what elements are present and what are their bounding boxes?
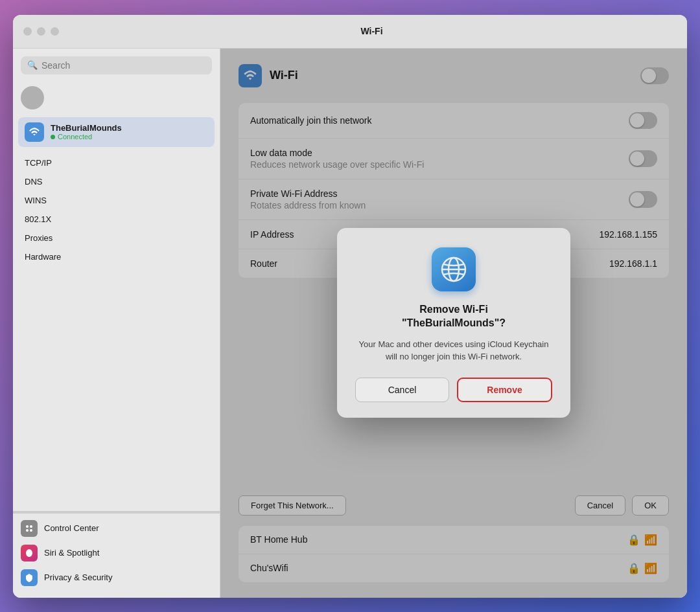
svg-point-1: [30, 525, 32, 528]
dialog-message: Your Mac and other devices using iCloud …: [355, 338, 552, 363]
close-button[interactable]: [23, 27, 32, 36]
sidebar-item-proxies[interactable]: Proxies: [13, 229, 220, 247]
remove-wifi-dialog: Remove Wi-Fi"TheBurialMounds"? Your Mac …: [337, 228, 570, 418]
svg-point-2: [26, 529, 29, 532]
main-content: 🔍 TheBurialMounds: [13, 49, 687, 598]
title-bar: Wi-Fi: [13, 15, 687, 49]
sidebar-item-privacy[interactable]: Privacy & Security: [13, 565, 220, 590]
user-profile-row: [13, 82, 220, 113]
window-title: Wi-Fi: [67, 26, 677, 36]
svg-point-0: [26, 525, 29, 528]
svg-point-4: [26, 549, 32, 557]
dialog-app-icon: [432, 247, 476, 291]
wifi-icon-badge: [25, 122, 44, 142]
network-info: TheBurialMounds Connected: [51, 123, 122, 141]
sidebar-item-dns[interactable]: DNS: [13, 172, 220, 191]
network-name: TheBurialMounds: [51, 123, 122, 133]
dialog-buttons: Cancel Remove: [355, 378, 552, 402]
sidebar-item-tcpip[interactable]: TCP/IP: [13, 153, 220, 172]
system-preferences-window: Wi-Fi 🔍 TheBurialMoun: [13, 15, 687, 598]
search-icon: 🔍: [27, 60, 38, 70]
sidebar-item-8021x[interactable]: 802.1X: [13, 210, 220, 229]
minimize-button[interactable]: [37, 27, 45, 36]
siri-icon: [21, 545, 38, 561]
sidebar-item-hardware[interactable]: Hardware: [13, 247, 220, 266]
main-panel: Wi-Fi Automatically join this network: [220, 49, 687, 598]
dialog-cancel-button[interactable]: Cancel: [355, 378, 449, 402]
network-status: Connected: [51, 133, 122, 141]
dialog-remove-button[interactable]: Remove: [457, 378, 552, 402]
privacy-icon: [21, 569, 38, 586]
svg-point-3: [30, 529, 32, 532]
search-input[interactable]: [41, 60, 205, 71]
dialog-overlay: Remove Wi-Fi"TheBurialMounds"? Your Mac …: [220, 49, 687, 598]
sidebar-item-wins[interactable]: WINS: [13, 191, 220, 210]
sidebar: 🔍 TheBurialMounds: [13, 49, 220, 598]
avatar: [21, 86, 44, 109]
control-center-icon: [21, 520, 38, 537]
traffic-lights: [23, 27, 59, 36]
sidebar-item-control-center[interactable]: Control Center: [13, 516, 220, 541]
sidebar-network-item[interactable]: TheBurialMounds Connected: [18, 117, 215, 147]
dialog-title: Remove Wi-Fi"TheBurialMounds"?: [402, 303, 506, 330]
status-dot: [51, 135, 55, 139]
search-box[interactable]: 🔍: [21, 56, 212, 74]
siri-label: Siri & Spotlight: [44, 548, 99, 558]
maximize-button[interactable]: [51, 27, 59, 36]
privacy-label: Privacy & Security: [44, 572, 112, 582]
control-center-label: Control Center: [44, 523, 99, 533]
sidebar-item-siri[interactable]: Siri & Spotlight: [13, 541, 220, 565]
